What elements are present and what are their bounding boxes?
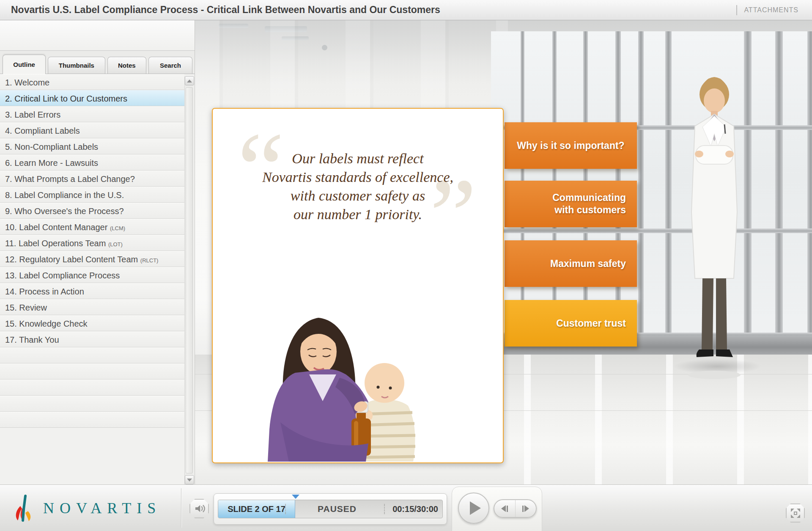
outline-item-label: 4. Compliant Labels (5, 126, 80, 135)
presenter-woman-image (680, 70, 748, 383)
quote-text: Our labels must reflectNovartis standard… (230, 149, 486, 224)
audio-button[interactable] (189, 499, 209, 518)
progress-bar[interactable]: SLIDE 2 OF 17 PAUSED 00:15/30:00 (218, 500, 443, 518)
outline-item[interactable]: 6. Learn More - Lawsuits (0, 154, 184, 171)
outline-item[interactable]: 4. Compliant Labels (0, 122, 184, 138)
outline-empty-row (0, 380, 184, 396)
outline-item-label: 14. Process in Action (5, 287, 84, 296)
course-title: Novartis U.S. Label Compliance Process -… (0, 4, 440, 16)
outline-item[interactable]: 9. Who Oversee's the Process? (0, 203, 184, 219)
outline-item-label: 6. Learn More - Lawsuits (5, 158, 98, 168)
outline-item-label: 1. Welcome (5, 78, 49, 87)
outline-item-label: 15. Knowledge Check (5, 319, 88, 328)
playback-status: PAUSED (295, 500, 379, 518)
attachments-button[interactable]: ATTACHMENTS (736, 5, 798, 15)
fullscreen-icon (790, 508, 801, 519)
outline-item-label: 2. Critical Link to Our Customers (5, 94, 127, 103)
next-icon-bar (522, 506, 524, 512)
outline-item[interactable]: 1. Welcome (0, 74, 184, 90)
step-controls (494, 499, 537, 518)
outline-item-label: 5. Non-Compliant Labels (5, 142, 98, 151)
outline-item[interactable]: 8. Label Compliance in the U.S. (0, 187, 184, 203)
outline-item[interactable]: 2. Critical Link to Our Customers (0, 90, 184, 106)
previous-icon-bar (507, 506, 508, 512)
outline-item-label: 13. Label Compliance Process (5, 271, 120, 280)
outline-item[interactable]: 10. Label Content Manager (LCM) (0, 219, 184, 235)
outline-item-label: 12. Regulatory Label Content Team (5, 255, 138, 264)
slide-card: “ ” Our labels must reflectNovartis stan… (212, 108, 504, 463)
play-button[interactable] (458, 492, 489, 524)
callout-label: Why is it so important? (505, 140, 637, 152)
outline-item-suffix: (RLCT) (140, 257, 159, 264)
outline-item[interactable]: 14. Process in Action (0, 283, 184, 299)
outline-item[interactable]: 3. Label Errors (0, 106, 184, 122)
bar-divider (181, 488, 181, 528)
sidebar-tab[interactable]: Notes (107, 57, 146, 74)
outline-empty-row (0, 396, 184, 412)
scroll-down-button[interactable] (185, 475, 194, 484)
player-bar: NOVARTIS SLIDE 2 OF 17 PAUSED 00:15/30:0… (0, 484, 812, 531)
sidebar-tab[interactable]: Search (148, 57, 192, 74)
outline-item-suffix: (LCM) (110, 225, 125, 231)
progress-fill[interactable]: SLIDE 2 OF 17 (218, 500, 295, 518)
sidebar-scrollbar[interactable] (184, 76, 194, 484)
novartis-wordmark: NOVARTIS (43, 499, 161, 517)
outline-item-label: 17. Thank You (5, 335, 59, 344)
outline-item-label: 7. What Prompts a Label Change? (5, 174, 135, 184)
scrollbar-thumb[interactable] (186, 87, 193, 473)
title-bar: Novartis U.S. Label Compliance Process -… (0, 0, 812, 20)
outline-item-label: 15. Review (5, 303, 47, 312)
next-slide-button[interactable] (515, 500, 536, 517)
outline-item[interactable]: 15. Knowledge Check (0, 315, 184, 331)
mother-baby-image (255, 314, 450, 462)
callout-label: Customer trust (505, 317, 637, 330)
tab-label: Thumbnails (59, 62, 94, 69)
outline-item[interactable]: 7. What Prompts a Label Change? (0, 171, 184, 187)
sidebar-tab[interactable]: Outline (3, 55, 46, 74)
quote-line: with customer safety as (230, 187, 486, 205)
outline-item-label: 9. Who Oversee's the Process? (5, 206, 124, 216)
outline-item-label: 10. Label Content Manager (5, 223, 107, 232)
novartis-flame-icon (11, 494, 35, 522)
sidebar: OutlineThumbnailsNotesSearch 1. Welcome … (0, 20, 195, 484)
window-mullion (807, 31, 812, 355)
outline-item-label: 8. Label Compliance in the U.S. (5, 190, 124, 200)
quote-line: our number 1 priority. (230, 205, 486, 224)
slide-stage: Why is it so important?Communicatingwith… (195, 20, 812, 484)
outline-item[interactable]: 15. Review (0, 299, 184, 315)
play-icon (470, 501, 481, 515)
outline-list: 1. Welcome 2. Critical Link to Our Custo… (0, 74, 184, 428)
fullscreen-button[interactable] (786, 503, 805, 523)
outline-item-suffix: (LOT) (108, 241, 123, 248)
sidebar-tab[interactable]: Thumbnails (48, 57, 105, 74)
previous-icon (501, 505, 506, 512)
window-rail (491, 228, 812, 233)
tab-label: Notes (118, 62, 136, 69)
separator-dots (285, 504, 286, 514)
seek-marker-icon[interactable] (292, 495, 299, 499)
callout-box[interactable]: Communicatingwith customers (505, 181, 637, 227)
quote-line: Novartis standards of excellence, (230, 168, 486, 187)
scroll-up-button[interactable] (185, 76, 194, 85)
outline-item[interactable]: 12. Regulatory Label Content Team (RLCT) (0, 251, 184, 267)
window-mullion (775, 31, 783, 355)
sidebar-header-area (0, 20, 195, 51)
progress-panel: SLIDE 2 OF 17 PAUSED 00:15/30:00 (214, 493, 447, 525)
callout-label: Communicatingwith customers (505, 192, 637, 216)
outline-empty-row (0, 347, 184, 363)
outline-empty-row (0, 363, 184, 380)
outline-item[interactable]: 5. Non-Compliant Labels (0, 138, 184, 154)
outline-item[interactable]: 17. Thank You (0, 331, 184, 347)
outline-item[interactable]: 13. Label Compliance Process (0, 267, 184, 283)
callout-label: Maximum safety (505, 258, 637, 270)
previous-slide-button[interactable] (494, 500, 515, 517)
callout-box[interactable]: Maximum safety (505, 240, 637, 287)
novartis-logo: NOVARTIS (11, 495, 161, 521)
playback-time: 00:15/30:00 (382, 500, 438, 518)
outline-item-label: 11. Label Operations Team (5, 239, 106, 248)
callout-box[interactable]: Customer trust (505, 300, 637, 347)
callout-box[interactable]: Why is it so important? (505, 122, 637, 169)
outline-item[interactable]: 11. Label Operations Team (LOT) (0, 235, 184, 251)
tab-label: Outline (13, 61, 35, 68)
playback-controls (452, 487, 542, 531)
